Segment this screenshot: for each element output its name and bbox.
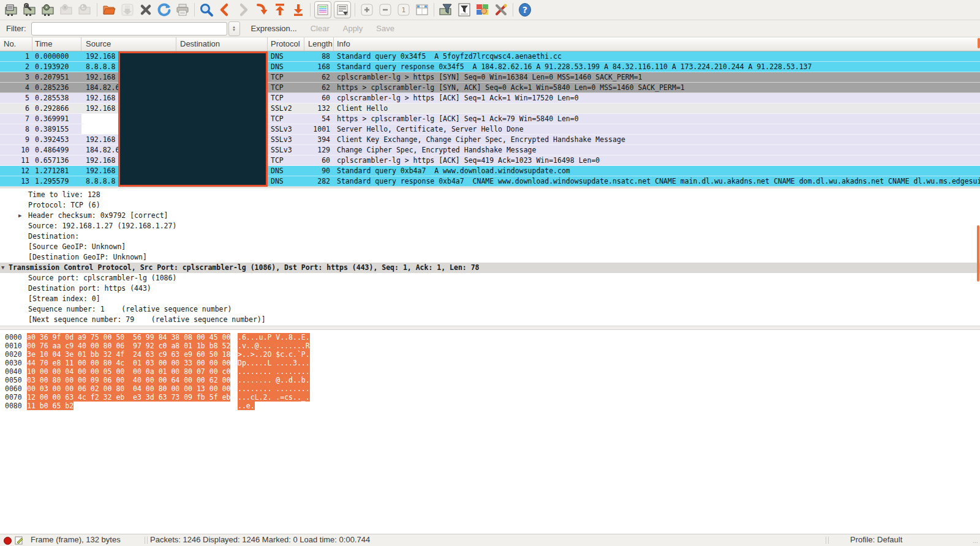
- go-to-bottom-icon[interactable]: [289, 1, 307, 19]
- hex-ascii[interactable]: .6...u.P V..8..E.: [238, 333, 310, 342]
- auto-scroll-toggle[interactable]: [334, 1, 351, 18]
- find-packet-icon[interactable]: [197, 1, 216, 19]
- stop-capture-icon[interactable]: [58, 1, 76, 19]
- detail-line[interactable]: Destination:: [0, 231, 980, 242]
- close-file-icon[interactable]: [137, 1, 155, 19]
- hex-bytes[interactable]: 00 03 00 00 06 02 00 80 04 00 80 00 00 1…: [27, 384, 230, 393]
- apply-button[interactable]: Apply: [341, 23, 366, 34]
- statusbar-handle[interactable]: [826, 537, 829, 544]
- help-icon[interactable]: ?: [516, 1, 534, 19]
- detail-line[interactable]: Source: 192.168.1.27 (192.168.1.27): [0, 221, 980, 231]
- detail-line[interactable]: Sequence number: 1 (relative sequence nu…: [0, 304, 980, 315]
- coloring-rules-icon[interactable]: [473, 1, 492, 19]
- capture-options-icon[interactable]: [21, 1, 39, 19]
- colorize-toggle[interactable]: [314, 1, 331, 18]
- hex-ascii[interactable]: ........ @..d..b.: [238, 376, 310, 384]
- detail-line[interactable]: ▶Header checksum: 0x9792 [correct]: [0, 211, 980, 221]
- hex-ascii[interactable]: .v..@... .......R: [238, 342, 310, 350]
- hex-ascii[interactable]: ........ ........: [238, 367, 310, 376]
- cell-length: 282: [304, 176, 334, 186]
- column-header-destination[interactable]: Destination: [176, 37, 268, 51]
- preferences-icon[interactable]: [492, 1, 510, 19]
- details-scrollbar-thumb[interactable]: [977, 225, 979, 282]
- spinner-down-icon[interactable]: ▼: [232, 29, 236, 32]
- detail-line[interactable]: [Stream index: 0]: [0, 294, 980, 304]
- go-back-icon[interactable]: [216, 1, 234, 19]
- detail-text: Sequence number: 1 (relative sequence nu…: [28, 304, 232, 315]
- detail-line[interactable]: [Next sequence number: 79 (relative sequ…: [0, 315, 980, 325]
- filter-bar: Filter: ▲▼ Expression... Clear Apply Sav…: [0, 20, 980, 37]
- expression-button[interactable]: Expression...: [249, 23, 300, 34]
- column-header-time[interactable]: Time: [32, 37, 81, 51]
- hex-bytes[interactable]: 44 70 e8 11 00 00 80 4c 01 03 00 00 33 0…: [27, 359, 230, 367]
- statusbar-handle[interactable]: [145, 537, 148, 544]
- resize-grip[interactable]: ⋯: [973, 539, 979, 545]
- detail-line[interactable]: ▼Transmission Control Protocol, Src Port…: [0, 263, 980, 273]
- hex-row[interactable]: 0000a0 36 9f 0d a9 75 00 50 56 99 84 38 …: [0, 333, 980, 342]
- column-header-length[interactable]: Length: [304, 37, 334, 51]
- hex-bytes[interactable]: 3e 10 04 3e 01 bb 32 4f 24 63 c9 63 e9 6…: [27, 350, 230, 359]
- toolbar-separator: [513, 3, 513, 17]
- clear-button[interactable]: Clear: [308, 23, 332, 34]
- go-to-top-icon[interactable]: [271, 1, 289, 19]
- pane-splitter[interactable]: [0, 326, 980, 330]
- hex-bytes[interactable]: a0 36 9f 0d a9 75 00 50 56 99 84 38 08 0…: [27, 333, 230, 342]
- display-filters-icon[interactable]: [455, 1, 473, 19]
- edit-capture-comment-icon[interactable]: [15, 536, 23, 546]
- expander-icon[interactable]: ▶: [18, 211, 21, 221]
- hex-bytes[interactable]: 03 00 80 00 00 09 06 00 40 00 00 64 00 0…: [27, 376, 230, 384]
- detail-line[interactable]: Time to live: 128: [0, 190, 980, 200]
- hex-ascii[interactable]: ..e.: [238, 402, 255, 410]
- resize-columns-icon[interactable]: [413, 1, 431, 19]
- detail-line[interactable]: [Source GeoIP: Unknown]: [0, 242, 980, 252]
- column-header-no[interactable]: No.: [0, 37, 32, 51]
- hex-row[interactable]: 003044 70 e8 11 00 00 80 4c 01 03 00 00 …: [0, 359, 980, 367]
- hex-ascii[interactable]: Dp.....L ....3...: [238, 359, 310, 367]
- hex-row[interactable]: 007012 00 00 63 4c f2 32 eb e3 3d 63 73 …: [0, 393, 980, 402]
- detail-line[interactable]: Protocol: TCP (6): [0, 200, 980, 211]
- cell-no: 3: [0, 72, 32, 82]
- hex-row[interactable]: 006000 03 00 00 06 02 00 80 04 00 80 00 …: [0, 384, 980, 393]
- save-button[interactable]: Save: [374, 23, 397, 34]
- print-icon[interactable]: [173, 1, 192, 19]
- go-to-packet-icon[interactable]: [252, 1, 271, 19]
- hex-row[interactable]: 00203e 10 04 3e 01 bb 32 4f 24 63 c9 63 …: [0, 350, 980, 359]
- hex-ascii[interactable]: >..>..2O $c.c.`P.: [238, 350, 310, 359]
- column-header-protocol[interactable]: Protocol: [268, 37, 304, 51]
- open-file-icon[interactable]: [100, 1, 118, 19]
- save-file-icon[interactable]: [118, 1, 137, 19]
- cell-no: 13: [0, 176, 32, 186]
- column-header-source[interactable]: Source: [81, 37, 176, 51]
- cell-info: cplscrambler-lg > https [SYN] Seq=0 Win=…: [334, 72, 980, 82]
- hex-bytes[interactable]: 10 00 00 04 00 00 05 00 00 0a 01 00 80 0…: [27, 367, 230, 376]
- hex-bytes[interactable]: 11 b0 65 b2: [27, 402, 74, 410]
- hex-row[interactable]: 001000 76 aa c9 40 00 80 06 97 92 c0 a8 …: [0, 342, 980, 350]
- hex-bytes[interactable]: 00 76 aa c9 40 00 80 06 97 92 c0 a8 01 1…: [27, 342, 230, 350]
- toolbar-separator: [310, 3, 311, 17]
- start-capture-icon[interactable]: [39, 1, 58, 19]
- restart-capture-icon[interactable]: [76, 1, 94, 19]
- hex-ascii[interactable]: ........ ........: [238, 384, 310, 393]
- filter-input[interactable]: [31, 22, 227, 36]
- hex-row[interactable]: 005003 00 80 00 00 09 06 00 40 00 00 64 …: [0, 376, 980, 384]
- zoom-out-icon[interactable]: [376, 1, 394, 19]
- zoom-in-icon[interactable]: [358, 1, 376, 19]
- hex-bytes[interactable]: 12 00 00 63 4c f2 32 eb e3 3d 63 73 09 f…: [27, 393, 230, 402]
- expander-icon[interactable]: ▼: [1, 263, 4, 273]
- go-forward-icon[interactable]: [234, 1, 252, 19]
- detail-line[interactable]: Source port: cplscrambler-lg (1086): [0, 273, 980, 283]
- expert-info-icon[interactable]: [4, 537, 12, 545]
- status-profile[interactable]: Profile: Default: [850, 535, 902, 544]
- packet-list-scrollbar-thumb[interactable]: [978, 38, 980, 48]
- list-interfaces-icon[interactable]: [2, 1, 21, 19]
- hex-ascii[interactable]: ...cL.2. .=cs.._.: [238, 393, 310, 402]
- filter-spinner[interactable]: ▲▼: [228, 21, 240, 36]
- column-header-info[interactable]: Info: [334, 37, 980, 51]
- hex-row[interactable]: 008011 b0 65 b2..e.: [0, 402, 980, 410]
- reload-icon[interactable]: [155, 1, 173, 19]
- zoom-100-icon[interactable]: 1: [394, 1, 413, 19]
- capture-filters-icon[interactable]: [437, 1, 455, 19]
- detail-line[interactable]: [Destination GeoIP: Unknown]: [0, 252, 980, 263]
- hex-row[interactable]: 004010 00 00 04 00 00 05 00 00 0a 01 00 …: [0, 367, 980, 376]
- detail-line[interactable]: Destination port: https (443): [0, 283, 980, 294]
